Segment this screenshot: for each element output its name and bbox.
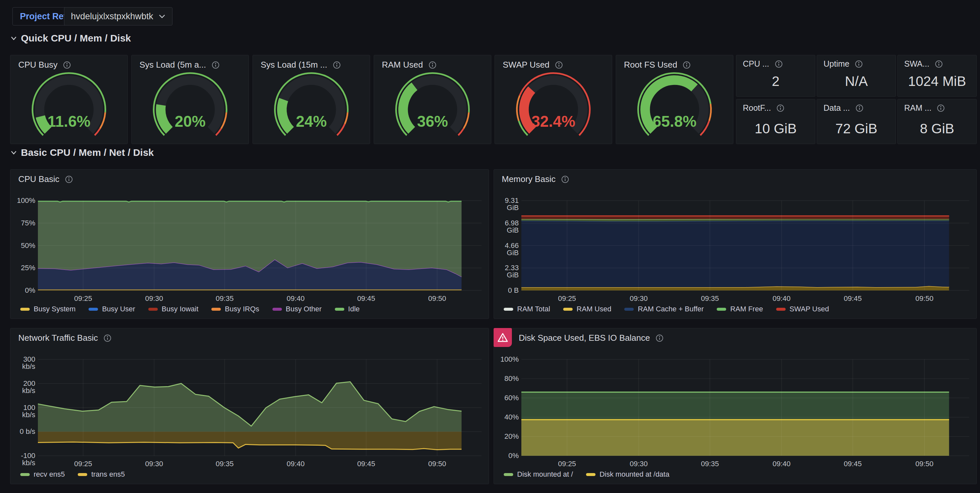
- x-axis-label: 09:40: [764, 294, 800, 303]
- x-axis-label: 09:50: [907, 294, 942, 303]
- legend-item[interactable]: Busy Other: [272, 305, 322, 313]
- legend-item[interactable]: recv ens5: [20, 470, 65, 479]
- panel-gauge-sys-load-15m-: Sys Load (15m ...24%: [253, 55, 370, 144]
- y-axis-label: 75%: [12, 219, 35, 227]
- disk-chart: [521, 359, 969, 456]
- x-axis-label: 09:35: [692, 294, 728, 303]
- legend-item[interactable]: SWAP Used: [776, 305, 829, 313]
- panel-gauge-swap-used: SWAP Used32.4%: [495, 55, 612, 144]
- x-axis-label: 09:30: [136, 294, 172, 303]
- panel-title[interactable]: RAM Used: [382, 60, 437, 70]
- panel-title-text: Memory Basic: [502, 174, 556, 184]
- panel-title[interactable]: SWA...: [904, 59, 943, 68]
- legend-item[interactable]: RAM Free: [717, 305, 763, 313]
- legend-label: Busy User: [102, 305, 135, 313]
- section-header-quick[interactable]: Quick CPU / Mem / Disk: [10, 33, 131, 44]
- legend-item[interactable]: Disk mounted at /: [504, 470, 573, 479]
- gauge-value: 32.4%: [531, 113, 575, 130]
- panel-title[interactable]: Disk Space Used, EBS IO Balance: [519, 333, 664, 343]
- panel-title[interactable]: RAM ...: [904, 103, 945, 113]
- x-axis-label: 09:45: [348, 294, 384, 303]
- project-ref-dropdown[interactable]: hvdelujxlxstpxkhwbtk: [64, 7, 172, 25]
- y-axis-label: 80%: [495, 375, 519, 382]
- info-icon[interactable]: [937, 104, 945, 112]
- x-axis-label: 09:25: [65, 460, 101, 468]
- panel-title[interactable]: Uptime: [824, 59, 863, 68]
- panel-title[interactable]: Sys Load (15m ...: [261, 60, 341, 70]
- legend-item[interactable]: Disk mounted at /data: [586, 470, 669, 479]
- info-icon[interactable]: [212, 61, 220, 69]
- info-icon[interactable]: [428, 61, 437, 69]
- info-icon[interactable]: [682, 61, 691, 69]
- info-icon[interactable]: [561, 175, 570, 184]
- info-icon[interactable]: [63, 61, 71, 69]
- section-title: Basic CPU / Mem / Net / Disk: [21, 147, 154, 158]
- info-icon[interactable]: [935, 60, 943, 68]
- legend-item[interactable]: RAM Cache + Buffer: [624, 305, 704, 313]
- section-header-basic[interactable]: Basic CPU / Mem / Net / Disk: [10, 147, 154, 158]
- gauge: 36%: [388, 71, 477, 141]
- panel-title-text: Sys Load (5m a...: [140, 60, 206, 70]
- panel-gauge-sys-load-5m-a-: Sys Load (5m a...20%: [131, 55, 249, 144]
- legend-item[interactable]: Busy User: [89, 305, 135, 313]
- panel-title[interactable]: Data ...: [824, 103, 864, 113]
- panel-title[interactable]: CPU Busy: [18, 60, 71, 70]
- panel-stat-data-: Data ...72 GiB: [817, 99, 896, 144]
- memory-legend: RAM TotalRAM UsedRAM Cache + BufferRAM F…: [504, 305, 829, 313]
- panel-title[interactable]: RootF...: [743, 103, 785, 113]
- y-axis-label: 4.66 GiB: [495, 242, 519, 256]
- info-icon[interactable]: [776, 104, 785, 112]
- legend-item[interactable]: RAM Total: [504, 305, 550, 313]
- legend-item[interactable]: Busy System: [20, 305, 75, 313]
- panel-gauge-ram-used: RAM Used36%: [374, 55, 491, 144]
- x-axis-label: 09:35: [207, 460, 243, 468]
- info-icon[interactable]: [655, 334, 664, 342]
- y-axis-label: 100%: [495, 356, 519, 363]
- info-icon[interactable]: [855, 104, 864, 112]
- panel-memory-basic: Memory Basic9.31 GiB6.98 GiB4.66 GiB2.33…: [493, 169, 977, 319]
- panel-title[interactable]: CPU Basic: [18, 174, 73, 184]
- legend-item[interactable]: Busy Iowait: [148, 305, 199, 313]
- panel-network-traffic-basic: Network Traffic Basic300 kb/s200 kb/s100…: [10, 328, 489, 484]
- gauge-value: 20%: [175, 113, 206, 130]
- info-icon[interactable]: [103, 334, 112, 342]
- y-axis-label: 0 b/s: [12, 428, 35, 435]
- legend-swatch: [717, 308, 726, 311]
- network-legend: recv ens5trans ens5: [20, 470, 125, 479]
- legend-item[interactable]: Busy IRQs: [212, 305, 259, 313]
- panel-title[interactable]: Memory Basic: [502, 174, 570, 184]
- x-axis-label: 09:30: [620, 460, 657, 468]
- legend-label: trans ens5: [91, 470, 125, 479]
- legend-swatch: [20, 473, 30, 476]
- info-icon[interactable]: [775, 60, 783, 68]
- panel-stat-ram-: RAM ...8 GiB: [897, 99, 977, 144]
- info-icon[interactable]: [555, 61, 563, 69]
- legend-label: RAM Used: [577, 305, 611, 313]
- x-axis-label: 09:50: [907, 460, 942, 468]
- panel-title[interactable]: Network Traffic Basic: [18, 333, 112, 343]
- y-axis-label: 300 kb/s: [12, 356, 35, 370]
- x-axis-label: 09:25: [549, 294, 585, 303]
- legend-swatch: [504, 473, 513, 476]
- legend-label: Disk mounted at /data: [600, 470, 669, 479]
- info-icon[interactable]: [332, 61, 341, 69]
- panel-title[interactable]: Sys Load (5m a...: [140, 60, 220, 70]
- x-axis-label: 09:25: [549, 460, 585, 468]
- info-icon[interactable]: [854, 60, 863, 68]
- legend-item[interactable]: Idle: [335, 305, 360, 313]
- legend-item[interactable]: trans ens5: [78, 470, 125, 479]
- gauge: 11.6%: [25, 71, 113, 141]
- panel-title-text: CPU Basic: [18, 174, 59, 184]
- legend-swatch: [563, 308, 573, 311]
- stat-value: 2: [736, 73, 815, 89]
- panel-title[interactable]: SWAP Used: [503, 60, 563, 70]
- legend-item[interactable]: RAM Used: [563, 305, 611, 313]
- y-axis-label: -100 kb/s: [12, 452, 35, 466]
- panel-title[interactable]: CPU ...: [743, 59, 783, 68]
- info-icon[interactable]: [65, 175, 73, 184]
- panel-title[interactable]: Root FS Used: [624, 60, 691, 70]
- panel-title-text: RAM Used: [382, 60, 423, 70]
- gauge: 32.4%: [509, 71, 598, 141]
- x-axis-label: 09:35: [692, 460, 728, 468]
- alert-state-icon[interactable]: [493, 328, 512, 347]
